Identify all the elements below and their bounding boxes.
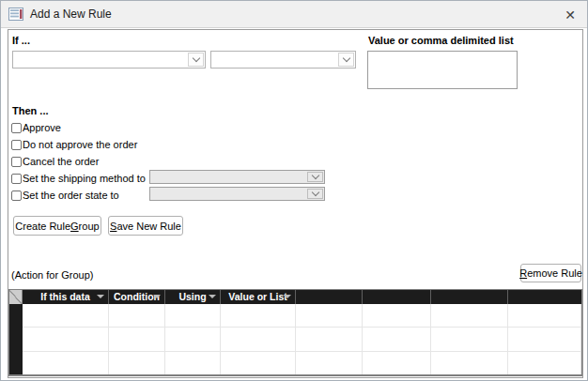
titlebar: Add a New Rule ✕ xyxy=(1,1,587,28)
table-row xyxy=(9,352,581,374)
order-state-combobox-dropdown-button[interactable] xyxy=(307,189,323,199)
dropdown-arrow-icon[interactable] xyxy=(97,295,104,298)
checkbox-approve[interactable] xyxy=(11,123,22,133)
value-list-label: Value or comma delimited list xyxy=(368,35,514,46)
close-icon: ✕ xyxy=(565,8,576,23)
table-cell[interactable] xyxy=(165,352,221,374)
checkbox-set-shipping-method-label: Set the shipping method to xyxy=(23,173,146,184)
table-cell[interactable] xyxy=(23,352,109,374)
dropdown-arrow-icon[interactable] xyxy=(153,295,161,298)
checkbox-approve-label: Approve xyxy=(23,122,61,133)
checkbox-cancel-order[interactable] xyxy=(11,157,22,167)
rules-table: If this data Condition Using Value or Li… xyxy=(8,289,582,376)
if-field-combobox-dropdown-button[interactable] xyxy=(188,53,204,67)
table-cell[interactable] xyxy=(296,328,363,351)
table-cell[interactable] xyxy=(296,352,363,374)
table-header-row: If this data Condition Using Value or Li… xyxy=(9,290,581,304)
shipping-method-combobox[interactable] xyxy=(149,170,325,184)
value-list-textarea[interactable] xyxy=(367,51,518,89)
checkbox-cancel-order-label: Cancel the order xyxy=(23,156,99,167)
table-cell[interactable] xyxy=(296,304,363,328)
action-for-group-caption: (Action for Group) xyxy=(11,269,93,281)
table-cell[interactable] xyxy=(363,328,431,351)
checkbox-set-order-state[interactable] xyxy=(11,190,22,201)
table-cell[interactable] xyxy=(431,352,508,374)
column-header-empty xyxy=(296,290,363,304)
column-header-condition[interactable]: Condition xyxy=(109,290,165,304)
table-cell[interactable] xyxy=(363,352,431,374)
create-rule-group-button[interactable]: Create Rule Group xyxy=(13,216,101,236)
approve-option-row: Approve xyxy=(11,120,61,135)
table-cell[interactable] xyxy=(165,328,221,351)
window-title: Add a New Rule xyxy=(30,1,112,28)
shipping-method-combobox-dropdown-button[interactable] xyxy=(307,172,323,182)
then-label: Then ... xyxy=(12,105,49,116)
checkbox-do-not-approve-label: Do not approve the order xyxy=(23,139,137,150)
dropdown-arrow-icon[interactable] xyxy=(284,295,291,298)
table-cell[interactable] xyxy=(508,328,581,351)
chevron-down-icon xyxy=(311,189,318,196)
chevron-down-icon xyxy=(192,54,199,62)
column-header-value-or-list[interactable]: Value or List xyxy=(221,290,296,304)
form-area: If ... Value or comma delimited list The… xyxy=(8,29,583,378)
table-cell[interactable] xyxy=(109,352,165,374)
table-cell[interactable] xyxy=(431,304,508,328)
order-state-combobox[interactable] xyxy=(149,187,325,201)
table-cell[interactable] xyxy=(508,304,581,328)
column-header-using[interactable]: Using xyxy=(165,290,221,304)
checkbox-set-order-state-label: Set the order state to xyxy=(23,190,119,201)
dropdown-arrow-icon[interactable] xyxy=(209,295,216,298)
row-selector-cell[interactable] xyxy=(9,328,23,351)
table-cell[interactable] xyxy=(221,328,296,351)
table-cell[interactable] xyxy=(221,304,296,328)
select-all-corner-cell[interactable] xyxy=(9,290,23,304)
column-header-empty xyxy=(508,290,581,304)
checkbox-do-not-approve[interactable] xyxy=(11,140,22,150)
table-cell[interactable] xyxy=(431,328,508,351)
if-condition-combobox-dropdown-button[interactable] xyxy=(338,53,354,67)
table-row xyxy=(9,328,581,351)
do-not-approve-option-row: Do not approve the order xyxy=(11,137,137,152)
if-label: If ... xyxy=(12,35,30,46)
table-cell[interactable] xyxy=(508,352,581,374)
column-header-empty xyxy=(431,290,508,304)
cancel-order-option-row: Cancel the order xyxy=(11,154,99,169)
column-header-empty xyxy=(363,290,431,304)
column-header-if-this-data[interactable]: If this data xyxy=(23,290,109,304)
close-button[interactable]: ✕ xyxy=(555,1,585,28)
table-cell[interactable] xyxy=(23,328,109,351)
checkbox-set-shipping-method[interactable] xyxy=(11,174,22,184)
if-condition-combobox[interactable] xyxy=(210,51,356,69)
save-new-rule-button[interactable]: Save New Rule xyxy=(108,216,183,236)
chevron-down-icon xyxy=(311,172,318,179)
row-selector-cell[interactable] xyxy=(9,352,23,374)
row-selector-cell[interactable] xyxy=(9,304,23,328)
table-cell[interactable] xyxy=(165,304,221,328)
table-row xyxy=(9,304,581,328)
form-icon xyxy=(8,7,23,22)
chevron-down-icon xyxy=(342,54,349,62)
table-cell[interactable] xyxy=(221,352,296,374)
set-order-state-option-row: Set the order state to xyxy=(11,188,119,203)
remove-rule-button[interactable]: Remove Rule xyxy=(520,264,581,282)
add-new-rule-dialog: Add a New Rule ✕ If ... Value or comma d… xyxy=(0,0,588,381)
table-cell[interactable] xyxy=(109,328,165,351)
if-field-combobox[interactable] xyxy=(12,51,206,69)
table-cell[interactable] xyxy=(23,304,109,328)
table-cell[interactable] xyxy=(363,304,431,328)
set-shipping-method-option-row: Set the shipping method to xyxy=(11,171,146,186)
table-cell[interactable] xyxy=(109,304,165,328)
